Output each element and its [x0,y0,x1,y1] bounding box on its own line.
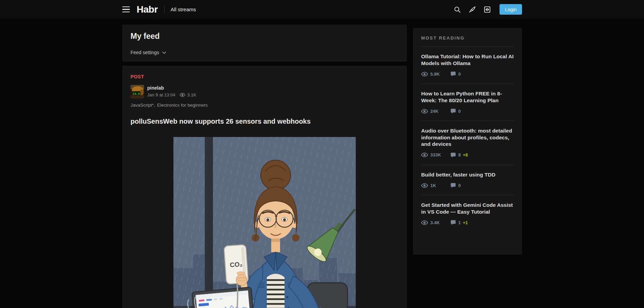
new-comments-badge: +8 [463,152,468,157]
article-title-link[interactable]: Audio over Bluetooth: most detailed info… [421,127,514,148]
page-title: My feed [131,31,399,41]
nav-divider [164,6,165,13]
search-icon [454,6,461,13]
article-title-link[interactable]: Ollama Tutorial: How to Run Local AI Mod… [421,53,514,66]
article-comments-link[interactable]: 0 [450,183,461,188]
hub-link[interactable]: JavaScript*, [131,103,155,108]
most-reading-item: Audio over Bluetooth: most detailed info… [421,121,514,165]
post-author-row: 24.9 pinelab Jan 9 at 13:04 3.1K [131,85,399,98]
hub-link[interactable]: Electronics for beginners [157,103,208,108]
post-hubs: JavaScript*, Electronics for beginners [131,103,399,108]
views-eye-icon [180,93,185,97]
comment-icon [450,71,456,77]
top-navbar: Habr All streams Login [0,0,644,19]
article-comments-link[interactable]: 1 +1 [450,220,468,225]
comment-icon [450,152,456,158]
most-reading-title: MOST READING [421,35,514,41]
write-post-button[interactable] [468,5,476,14]
post-type-label: POST [131,74,399,79]
post-date-link[interactable]: Jan 9 at 13:04 [147,92,175,97]
pen-icon [469,6,476,13]
login-button[interactable]: Login [500,4,522,15]
eye-box-icon [484,6,491,13]
article-title-link[interactable]: Build better, faster using TDD [421,171,514,178]
article-comments-link[interactable]: 8 +8 [450,152,468,158]
most-reading-card: MOST READING Ollama Tutorial: How to Run… [413,28,522,255]
avatar-display-text: 24.9 [133,92,140,96]
article-views: 1K [421,183,450,188]
device-co2-label: CO₂ [230,261,243,269]
most-reading-item: Build better, faster using TDD 1K 0 [421,165,514,196]
comment-icon [450,220,456,225]
eye-icon [421,220,428,225]
post-cover-illustration: CO₂ [173,137,356,308]
feed-settings-label: Feed settings [131,50,159,55]
comment-icon [450,183,456,188]
eye-icon [421,152,428,157]
all-streams-link[interactable]: All streams [171,6,196,12]
eye-icon [421,109,428,114]
comment-icon [450,108,456,114]
hamburger-menu-button[interactable] [122,6,130,13]
feed-header-card: My feed Feed settings [122,25,407,62]
article-views: 24K [421,109,450,114]
post-card: POST 24.9 pinelab Ja [122,66,407,308]
most-reading-item: Get Started with Gemini Code Assist in V… [421,195,514,232]
author-name-link[interactable]: pinelab [147,85,196,91]
watched-posts-button[interactable] [483,5,491,14]
new-comments-badge: +1 [463,220,468,225]
post-views-count: 3.1K [187,92,196,97]
article-views: 333K [421,152,450,157]
habr-logo[interactable]: Habr [137,4,158,15]
article-comments-link[interactable]: 0 [450,108,461,114]
eye-icon [421,72,428,77]
feed-settings-button[interactable]: Feed settings [131,50,166,55]
article-title-link[interactable]: How to Learn Python FREE in 8-Week: The … [421,90,514,104]
chevron-down-icon [162,51,166,54]
article-title-link[interactable]: Get Started with Gemini Code Assist in V… [421,202,514,215]
post-title-link[interactable]: polluSensWeb now supports 26 sensors and… [131,117,399,125]
search-button[interactable] [453,5,461,14]
article-comments-link[interactable]: 0 [450,71,461,77]
most-reading-item: Ollama Tutorial: How to Run Local AI Mod… [421,47,514,84]
most-reading-item: How to Learn Python FREE in 8-Week: The … [421,84,514,121]
article-views: 5.9K [421,72,450,77]
author-avatar[interactable]: 24.9 [131,85,144,98]
eye-icon [421,183,428,188]
article-views: 3.4K [421,220,450,225]
